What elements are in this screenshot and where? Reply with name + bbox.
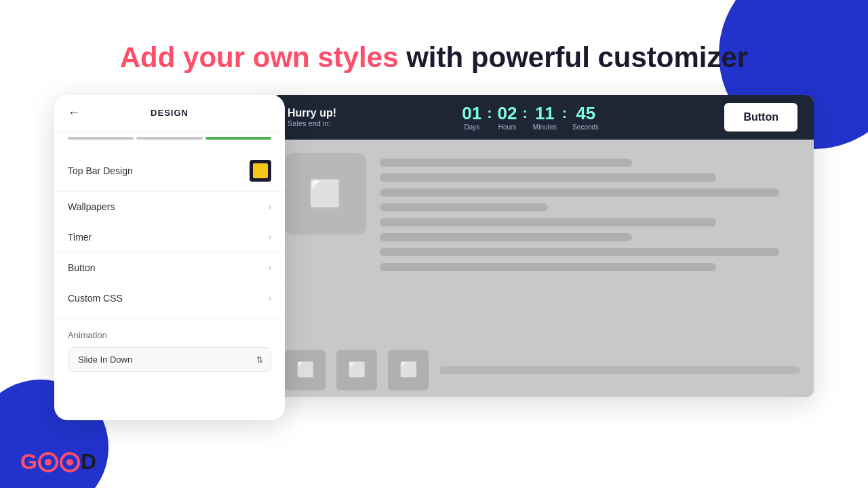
panel-title: DESIGN [151,108,189,118]
chevron-right-icon: › [269,263,271,272]
logo: G D [20,449,96,474]
menu-item-button[interactable]: Button › [54,253,285,283]
countdown-bar: Hurry up! Sales end in: 01 Days : 02 Hou… [271,95,814,140]
progress-segment-3 [205,137,271,140]
chevron-right-icon: › [269,232,271,242]
hurry-text: Hurry up! [288,107,336,119]
bottom-bar [439,366,800,374]
timer-minutes-label: Minutes [533,123,557,131]
menu-item-label-wallpapers: Wallpapers [68,201,115,212]
timer-unit-minutes: 11 Minutes [533,104,557,131]
image-placeholder: ⬜ [285,153,366,235]
countdown-timer: 01 Days : 02 Hours : 11 Minutes : 45 Sec… [462,104,599,131]
timer-separator-1: : [487,104,492,122]
animation-select[interactable]: Slide In Down Fade In Slide In Up Bounce… [68,347,271,372]
content-lines [380,153,800,271]
sales-text: Sales end in: [288,119,331,127]
skeleton-line-2 [380,174,716,182]
timer-separator-3: : [562,104,567,122]
menu-item-custom-css[interactable]: Custom CSS › [54,283,285,313]
timer-minutes-value: 11 [535,104,555,122]
design-panel: ← DESIGN Top Bar Design Wallpapers [54,95,285,420]
logo-letter-d: D [81,449,96,474]
menu-item-label-button: Button [68,262,95,273]
logo-ring-inner-2 [66,459,73,466]
icon-inner [253,163,268,178]
timer-seconds-label: Seconds [572,123,599,131]
bottom-thumb-2: ⬜ [336,350,377,390]
countdown-button[interactable]: Button [724,103,797,131]
panel-header: ← DESIGN [54,95,285,131]
logo-ring-1 [38,452,58,472]
bottom-thumb-3: ⬜ [388,350,429,390]
preview-area: Hurry up! Sales end in: 01 Days : 02 Hou… [271,95,814,397]
progress-segment-2 [136,137,202,140]
timer-hours-label: Hours [498,123,517,131]
timer-seconds-value: 45 [576,104,595,122]
chevron-right-icon: › [269,293,271,303]
animation-label: Animation [68,330,271,340]
top-bar-design-icon [250,160,271,182]
timer-days-value: 01 [462,104,481,122]
skeleton-line-8 [380,263,716,271]
back-button[interactable]: ← [68,106,80,120]
menu-item-right-top-bar [250,160,271,182]
skeleton-line-6 [380,233,632,241]
progress-segment-1 [68,137,134,140]
header-section: Add your own styles with powerful custom… [0,0,868,95]
title-highlight: Add your own styles [120,41,399,73]
timer-unit-seconds: 45 Seconds [572,104,599,131]
logo-ring-inner-1 [45,459,52,466]
menu-item-top-bar-design[interactable]: Top Bar Design [54,150,285,192]
logo-ring-2 [60,452,80,472]
skeleton-line-4 [380,203,548,211]
bottom-thumb-icon-1: ⬜ [296,361,315,379]
timer-unit-hours: 02 Hours [498,104,517,131]
skeleton-line-5 [380,218,716,226]
skeleton-line-7 [380,248,779,256]
panel-menu: Top Bar Design Wallpapers › Timer › Butt… [54,145,285,319]
title-normal: with powerful customizer [399,41,749,73]
logo-area: G D [20,449,96,474]
timer-separator-2: : [523,104,528,122]
animation-section: Animation Slide In Down Fade In Slide In… [54,319,285,383]
progress-bar [54,137,285,140]
logo-letter-g: G [20,449,37,474]
timer-days-label: Days [464,123,479,131]
bottom-preview: ⬜ ⬜ ⬜ [271,343,814,397]
bottom-thumb-1: ⬜ [285,350,326,390]
page-title: Add your own styles with powerful custom… [0,41,868,75]
chevron-right-icon: › [269,202,271,211]
skeleton-line-3 [380,188,779,197]
menu-item-timer[interactable]: Timer › [54,222,285,253]
menu-item-label-top-bar: Top Bar Design [68,165,133,176]
image-placeholder-icon: ⬜ [309,178,342,210]
skeleton-line-1 [380,159,632,167]
main-content: ← DESIGN Top Bar Design Wallpapers [0,95,868,420]
bottom-thumb-icon-3: ⬜ [399,361,418,379]
bottom-thumb-icon-2: ⬜ [348,361,366,379]
animation-select-wrapper[interactable]: Slide In Down Fade In Slide In Up Bounce… [68,347,271,372]
content-preview: ⬜ [271,140,814,343]
menu-item-label-custom-css: Custom CSS [68,293,123,304]
menu-item-label-timer: Timer [68,232,92,243]
countdown-left: Hurry up! Sales end in: [288,107,336,127]
timer-hours-value: 02 [498,104,517,122]
menu-item-wallpapers[interactable]: Wallpapers › [54,192,285,222]
timer-unit-days: 01 Days [462,104,481,131]
